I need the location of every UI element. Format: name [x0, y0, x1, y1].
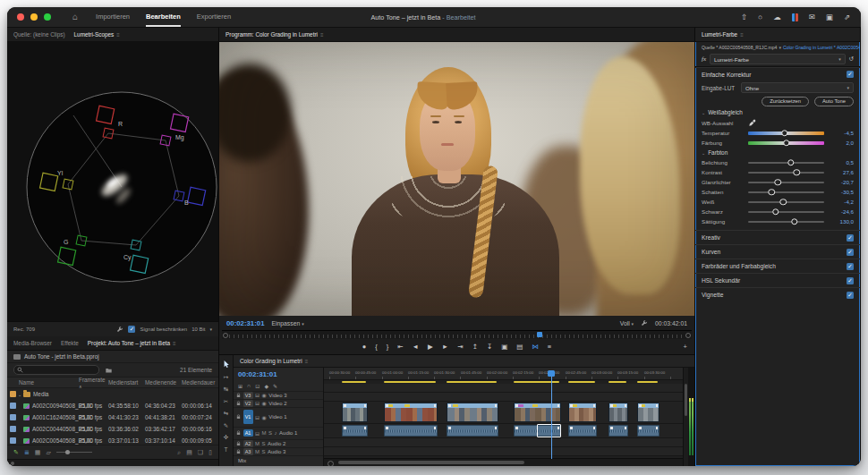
- button-editor-button[interactable]: +: [684, 343, 687, 351]
- saturation-slider[interactable]: [748, 221, 824, 223]
- add-marker-button[interactable]: ●: [362, 344, 367, 351]
- label-chip[interactable]: [10, 437, 16, 444]
- program-scrubber[interactable]: [222, 330, 692, 339]
- limit-signal-checkbox[interactable]: ✓: [128, 326, 135, 333]
- slider-knob[interactable]: [781, 130, 788, 137]
- timeline-ruler[interactable]: 00:00:30:00 00:00:45:00 00:01:00:00 00:0…: [324, 368, 683, 380]
- slider-value[interactable]: 0,5: [830, 159, 854, 165]
- mark-in-button[interactable]: {: [375, 344, 378, 351]
- zoom-level-select[interactable]: Einpassen ▾: [271, 320, 303, 327]
- slider-value[interactable]: -20,7: [830, 179, 854, 185]
- track-badge[interactable]: A1: [243, 429, 253, 437]
- voiceover-record-icon[interactable]: ♪: [275, 430, 277, 436]
- audio-clip[interactable]: [568, 425, 597, 437]
- bit-depth-select[interactable]: 10 Bit: [191, 327, 205, 332]
- icon-view-icon[interactable]: ▦: [35, 449, 41, 456]
- sequence-marker[interactable]: [514, 381, 559, 384]
- pen-tool-icon[interactable]: ✎: [224, 422, 228, 429]
- video-clip[interactable]: [608, 403, 628, 422]
- clip-row[interactable]: A002C00540508_R1JC 25,00 fps 03:37:01:13…: [7, 435, 218, 445]
- whites-slider[interactable]: [748, 201, 824, 203]
- column-medienstart[interactable]: Medienstart: [108, 379, 145, 386]
- tab-project[interactable]: Projekt: Auto Tone – jetzt in Beta ≡: [88, 340, 176, 346]
- track-visibility-icon[interactable]: ◉: [262, 392, 267, 398]
- track-header-a2[interactable]: A2 M S Audio 2: [234, 439, 323, 447]
- search-input[interactable]: [13, 365, 99, 375]
- label-chip[interactable]: [10, 426, 16, 432]
- selected-audio-clip[interactable]: [537, 424, 561, 437]
- ripple-edit-tool-icon[interactable]: ↹: [224, 386, 228, 393]
- track-badge[interactable]: A3: [243, 448, 253, 455]
- type-tool-icon[interactable]: T: [225, 446, 228, 453]
- lock-icon[interactable]: [236, 430, 241, 436]
- folder-row[interactable]: ⌄ Media: [7, 388, 218, 400]
- hscroll-thumb[interactable]: [338, 461, 524, 464]
- scrubber-playhead[interactable]: [537, 332, 542, 337]
- reset-effect-icon[interactable]: ↺: [849, 55, 854, 63]
- timeline-tab[interactable]: Color Grading in Lumetri ≡: [234, 355, 694, 368]
- slider-knob[interactable]: [783, 140, 790, 147]
- scopes-settings-icon[interactable]: [116, 326, 123, 333]
- section-checkbox[interactable]: ✓: [847, 234, 854, 242]
- section-checkbox[interactable]: ✓: [847, 263, 854, 270]
- basic-correction-header[interactable]: Einfache Korrektur ✓: [695, 68, 860, 81]
- blacks-slider[interactable]: [748, 211, 824, 213]
- label-chip[interactable]: [10, 391, 16, 397]
- sequence-marker[interactable]: [384, 381, 436, 384]
- playhead-handle[interactable]: [548, 370, 555, 377]
- solo-button[interactable]: S: [268, 430, 272, 436]
- track-header-a1[interactable]: A1 ⊟ M S ♪ Audio 1: [234, 427, 323, 439]
- track-badge[interactable]: V3: [243, 392, 253, 399]
- tab-exportieren[interactable]: Exportieren: [197, 7, 231, 27]
- vectorscope[interactable]: R Mg B Cy G Yl: [7, 42, 218, 321]
- track-header-v2[interactable]: V2 ⊟ ◉ Video 2: [234, 399, 323, 407]
- comparison-view-button[interactable]: ⋈: [532, 344, 539, 351]
- cloud-upload-icon[interactable]: ☁: [773, 13, 781, 21]
- track-a1[interactable]: [324, 424, 683, 438]
- timeline-playhead[interactable]: [551, 376, 552, 459]
- mute-button[interactable]: M: [255, 449, 260, 454]
- track-header-a3[interactable]: A3 M S Audio 3: [234, 447, 323, 455]
- timeline-timecode[interactable]: 00:02:31:01: [234, 368, 323, 381]
- track-a2[interactable]: [324, 438, 683, 447]
- track-v1[interactable]: [324, 402, 683, 424]
- panel-menu-icon[interactable]: ≡: [173, 341, 176, 346]
- export-frame-button[interactable]: ▣: [501, 344, 507, 351]
- video-clip[interactable]: [637, 403, 660, 422]
- track-header-v3[interactable]: V3 ⊟ ◉ Video 3: [234, 391, 323, 399]
- zoom-window-button[interactable]: [44, 13, 51, 21]
- freeform-view-icon[interactable]: ▱: [46, 449, 50, 456]
- basic-correction-checkbox[interactable]: ✓: [847, 71, 854, 78]
- sequence-marker[interactable]: [608, 381, 626, 384]
- tab-source-monitor[interactable]: Quelle: (keine Clips): [13, 31, 65, 38]
- slider-knob[interactable]: [791, 218, 798, 225]
- step-back-button[interactable]: ◄: [413, 344, 419, 351]
- tab-effects[interactable]: Effekte: [61, 340, 79, 346]
- exposure-slider[interactable]: [748, 162, 824, 164]
- timeline-hscrollbar[interactable]: [324, 458, 683, 466]
- track-header-mix[interactable]: Mix: [234, 455, 323, 466]
- lift-button[interactable]: ↥: [472, 344, 478, 351]
- audio-clip[interactable]: [637, 425, 660, 437]
- program-settings-icon[interactable]: [641, 319, 648, 327]
- clip-row[interactable]: A001C16240508_R1JC 25,00 fps 04:41:30:23…: [7, 411, 218, 423]
- slider-value[interactable]: 2,0: [830, 140, 854, 146]
- audio-clip[interactable]: [447, 425, 498, 437]
- track-header-v1[interactable]: V1 ⊟ ◉ Video 1: [234, 407, 323, 427]
- step-forward-button[interactable]: ►: [442, 344, 448, 351]
- tab-bearbeiten[interactable]: Bearbeiten: [146, 7, 181, 27]
- slider-knob[interactable]: [774, 179, 781, 186]
- source-clip-name[interactable]: Quelle * A002C00540508_R1JC.mp4: [702, 45, 777, 50]
- slider-value[interactable]: -4,5: [830, 130, 854, 136]
- video-clip[interactable]: [514, 403, 561, 422]
- delete-icon[interactable]: ▯: [208, 449, 212, 456]
- slider-value[interactable]: -24,6: [830, 208, 854, 215]
- mark-out-button[interactable]: }: [387, 344, 389, 351]
- new-bin-icon[interactable]: ▤: [186, 449, 192, 456]
- program-timecode[interactable]: 00:02:31:01: [226, 319, 264, 327]
- fullscreen-icon[interactable]: ⇗: [844, 13, 850, 21]
- video-clip[interactable]: [447, 403, 498, 422]
- lock-icon[interactable]: [236, 414, 241, 420]
- comments-icon[interactable]: ✉: [809, 13, 815, 21]
- column-mediendauer[interactable]: Mediendauer: [182, 379, 218, 386]
